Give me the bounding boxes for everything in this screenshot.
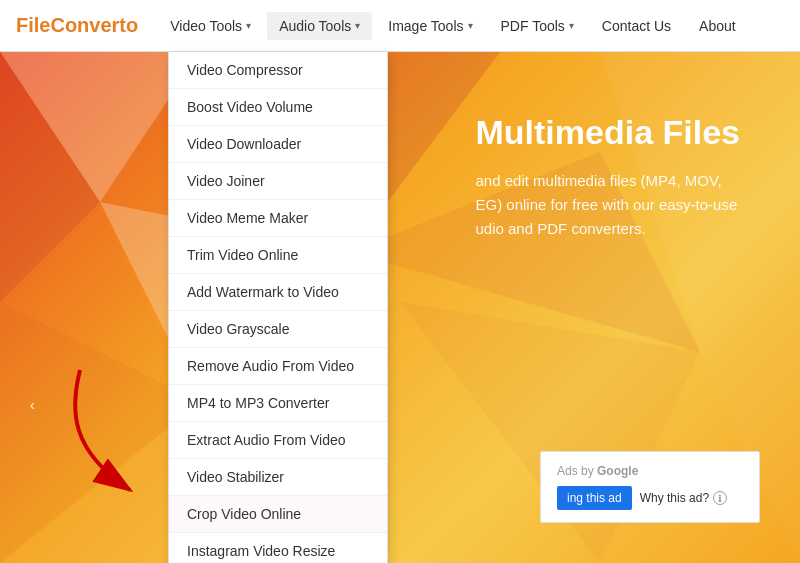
dropdown-item-instagram-resize[interactable]: Instagram Video Resize	[169, 533, 387, 563]
video-tools-dropdown: Video Compressor Boost Video Volume Vide…	[168, 52, 388, 563]
nav-pdf-tools[interactable]: PDF Tools ▾	[489, 12, 586, 40]
ad-area: Ads by Google ing this ad Why this ad? ℹ	[540, 451, 760, 523]
chevron-down-icon: ▾	[355, 20, 360, 31]
nav-contact-us[interactable]: Contact Us	[590, 12, 683, 40]
nav-audio-tools[interactable]: Audio Tools ▾	[267, 12, 372, 40]
logo-text-accent: o	[126, 14, 138, 36]
dropdown-item-trim-video-online[interactable]: Trim Video Online	[169, 237, 387, 274]
dropdown-item-remove-audio[interactable]: Remove Audio From Video	[169, 348, 387, 385]
nav-items: Video Tools ▾ Audio Tools ▾ Image Tools …	[158, 12, 784, 40]
back-arrow-button[interactable]: ‹	[30, 397, 35, 413]
hero-description: and edit multimedia files (MP4, MOV, EG)…	[476, 169, 741, 241]
red-arrow-icon	[60, 350, 180, 510]
dropdown-item-video-meme-maker[interactable]: Video Meme Maker	[169, 200, 387, 237]
info-icon[interactable]: ℹ	[713, 491, 727, 505]
dropdown-item-mp4-to-mp3[interactable]: MP4 to MP3 Converter	[169, 385, 387, 422]
svg-marker-8	[400, 302, 700, 563]
dropdown-item-extract-audio[interactable]: Extract Audio From Video	[169, 422, 387, 459]
ad-label: Ads by Google	[557, 464, 743, 478]
logo-text-start: FileConvert	[16, 14, 126, 36]
red-arrow-annotation	[60, 350, 180, 514]
chevron-down-icon: ▾	[246, 20, 251, 31]
hero-title: Multimedia Files	[476, 112, 741, 153]
ad-row: ing this ad Why this ad? ℹ	[557, 486, 743, 510]
dropdown-item-video-compressor[interactable]: Video Compressor	[169, 52, 387, 89]
dropdown-item-video-stabilizer[interactable]: Video Stabilizer	[169, 459, 387, 496]
google-text: Google	[597, 464, 638, 478]
nav-about[interactable]: About	[687, 12, 748, 40]
navbar: FileConverto Video Tools ▾ Audio Tools ▾…	[0, 0, 800, 52]
dropdown-item-video-joiner[interactable]: Video Joiner	[169, 163, 387, 200]
stop-ad-button[interactable]: ing this ad	[557, 486, 632, 510]
nav-image-tools[interactable]: Image Tools ▾	[376, 12, 484, 40]
dropdown-item-video-downloader[interactable]: Video Downloader	[169, 126, 387, 163]
dropdown-item-video-grayscale[interactable]: Video Grayscale	[169, 311, 387, 348]
ad-why-text: Why this ad? ℹ	[640, 491, 727, 505]
chevron-down-icon: ▾	[468, 20, 473, 31]
logo[interactable]: FileConverto	[16, 14, 138, 37]
nav-video-tools[interactable]: Video Tools ▾	[158, 12, 263, 40]
dropdown-item-add-watermark[interactable]: Add Watermark to Video	[169, 274, 387, 311]
dropdown-item-boost-video-volume[interactable]: Boost Video Volume	[169, 89, 387, 126]
hero-content: Multimedia Files and edit multimedia fil…	[476, 112, 741, 241]
chevron-down-icon: ▾	[569, 20, 574, 31]
dropdown-item-crop-video[interactable]: Crop Video Online	[169, 496, 387, 533]
